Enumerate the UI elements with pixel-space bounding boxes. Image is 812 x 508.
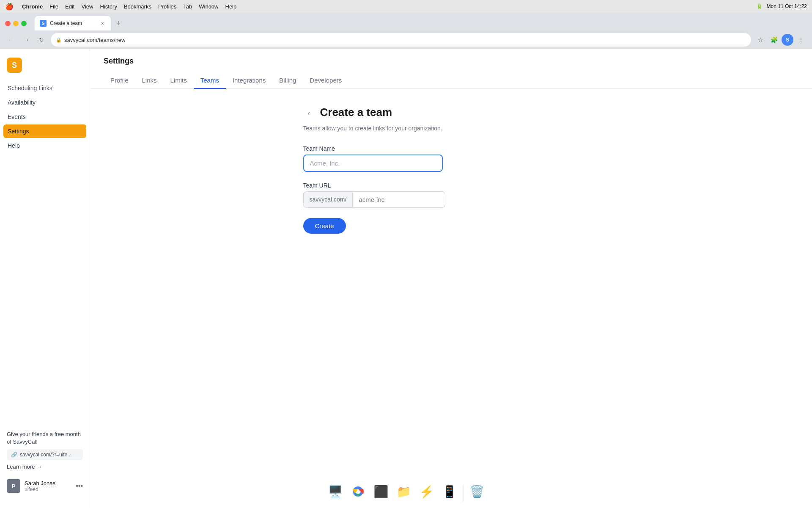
menu-clock: Mon 11 Oct 14:22 [767, 3, 807, 9]
sidebar-item-availability[interactable]: Availability [3, 96, 86, 109]
menu-bar: 🍎 Chrome File Edit View History Bookmark… [0, 0, 812, 13]
referral-title: Give your friends a free month of SavvyC… [7, 431, 83, 446]
team-name-label: Team Name [303, 145, 599, 152]
back-nav-button[interactable]: ← [5, 34, 17, 46]
settings-tabs: Profile Links Limits Teams Integrations … [104, 72, 798, 88]
user-handle: uifeed [25, 486, 71, 492]
user-menu-button[interactable]: ••• [76, 482, 83, 490]
menu-tab[interactable]: Tab [183, 3, 192, 10]
sidebar-item-events[interactable]: Events [3, 110, 86, 124]
lock-icon: 🔒 [56, 37, 62, 43]
team-name-input[interactable] [303, 155, 443, 172]
app-name[interactable]: Chrome [22, 3, 43, 10]
menu-window[interactable]: Window [199, 3, 218, 10]
arrow-right-icon: → [36, 464, 42, 470]
battery-icon: 🔋 [756, 3, 763, 9]
dock-app2-icon[interactable]: 📱 [439, 481, 460, 502]
dock-separator [463, 485, 464, 502]
sidebar: S Scheduling Links Availability Events S… [0, 49, 90, 508]
team-url-input[interactable] [352, 191, 445, 208]
menu-profiles[interactable]: Profiles [158, 3, 176, 10]
close-window-button[interactable] [5, 21, 11, 26]
apple-menu[interactable]: 🍎 [5, 3, 14, 11]
tab-links[interactable]: Links [135, 72, 164, 89]
extensions-icon[interactable]: 🧩 [768, 34, 780, 46]
page-subtitle: Teams allow you to create links for your… [303, 125, 599, 132]
browser-actions: ☆ 🧩 S ⋮ [754, 34, 807, 46]
tab-developers[interactable]: Developers [303, 72, 348, 89]
tab-bar: S Create a team ✕ + [0, 13, 812, 30]
sidebar-item-scheduling-links[interactable]: Scheduling Links [3, 81, 86, 95]
create-team-button[interactable]: Create [303, 218, 346, 234]
menu-bookmarks[interactable]: Bookmarks [124, 3, 151, 10]
browser-tab-active[interactable]: S Create a team ✕ [35, 16, 111, 30]
user-info: Sarah Jonas uifeed [25, 480, 71, 492]
bookmark-icon[interactable]: ☆ [754, 34, 766, 46]
minimize-window-button[interactable] [13, 21, 19, 26]
dock: 🖥️ ⬛ 📁 ⚡ 📱 🗑️ [321, 478, 492, 505]
menu-view[interactable]: View [81, 3, 93, 10]
user-section: P Sarah Jonas uifeed ••• [7, 475, 83, 493]
reload-button[interactable]: ↻ [36, 34, 47, 46]
dock-terminal-icon[interactable]: ⬛ [371, 481, 391, 502]
browser-chrome: S Create a team ✕ + ← → ↻ 🔒 savvycal.com… [0, 13, 812, 49]
sidebar-bottom: Give your friends a free month of SavvyC… [0, 424, 90, 500]
dock-finder-icon[interactable]: 🖥️ [325, 481, 346, 502]
sidebar-item-help[interactable]: Help [3, 139, 86, 152]
sidebar-item-settings[interactable]: Settings [3, 124, 86, 138]
dock-app1-icon[interactable]: ⚡ [417, 481, 437, 502]
form-container: ‹ Create a team Teams allow you to creat… [303, 106, 599, 234]
url-text: savvycal.com/teams/new [64, 37, 126, 43]
link-icon: 🔗 [11, 452, 17, 458]
page-title: Create a team [320, 106, 392, 119]
menu-edit[interactable]: Edit [65, 3, 74, 10]
dock-folder-icon[interactable]: 📁 [394, 481, 414, 502]
referral-box: Give your friends a free month of SavvyC… [7, 431, 83, 470]
tab-integrations[interactable]: Integrations [226, 72, 272, 89]
profile-avatar-button[interactable]: S [782, 34, 793, 46]
user-avatar: P [7, 479, 20, 493]
menu-history[interactable]: History [100, 3, 117, 10]
learn-more-link[interactable]: Learn more → [7, 464, 83, 470]
form-area: ‹ Create a team Teams allow you to creat… [90, 89, 812, 508]
user-name: Sarah Jonas [25, 480, 71, 486]
url-group: savvycal.com/ [303, 191, 443, 208]
url-bar[interactable]: 🔒 savvycal.com/teams/new [51, 33, 751, 47]
menu-help[interactable]: Help [225, 3, 237, 10]
dock-chrome-icon[interactable] [348, 481, 368, 502]
url-prefix: savvycal.com/ [303, 191, 353, 208]
tab-limits[interactable]: Limits [164, 72, 194, 89]
address-bar: ← → ↻ 🔒 savvycal.com/teams/new ☆ 🧩 S ⋮ [0, 30, 812, 49]
tab-favicon: S [40, 20, 47, 27]
more-options-icon[interactable]: ⋮ [795, 34, 807, 46]
new-tab-button[interactable]: + [112, 17, 124, 29]
tab-title: Create a team [50, 20, 96, 26]
app-logo[interactable]: S [7, 58, 22, 73]
maximize-window-button[interactable] [21, 21, 27, 26]
settings-page-title: Settings [104, 57, 798, 66]
team-url-group: Team URL savvycal.com/ [303, 182, 599, 208]
tab-billing[interactable]: Billing [272, 72, 303, 89]
tab-close-button[interactable]: ✕ [99, 20, 106, 27]
team-name-group: Team Name [303, 145, 599, 172]
settings-header: Settings Profile Links Limits Teams Inte… [90, 49, 812, 89]
dock-trash-icon[interactable]: 🗑️ [467, 481, 487, 502]
sidebar-nav: Scheduling Links Availability Events Set… [0, 81, 90, 424]
referral-link[interactable]: 🔗 savvycal.com/?r=uife... [7, 449, 83, 460]
back-button[interactable]: ‹ [303, 108, 315, 119]
team-url-label: Team URL [303, 182, 599, 189]
main-content: Settings Profile Links Limits Teams Inte… [90, 49, 812, 508]
menu-file[interactable]: File [49, 3, 58, 10]
app-container: S Scheduling Links Availability Events S… [0, 49, 812, 508]
back-header: ‹ Create a team [303, 106, 599, 121]
tab-profile[interactable]: Profile [104, 72, 135, 89]
tab-teams[interactable]: Teams [194, 72, 226, 89]
forward-nav-button[interactable]: → [20, 34, 32, 46]
